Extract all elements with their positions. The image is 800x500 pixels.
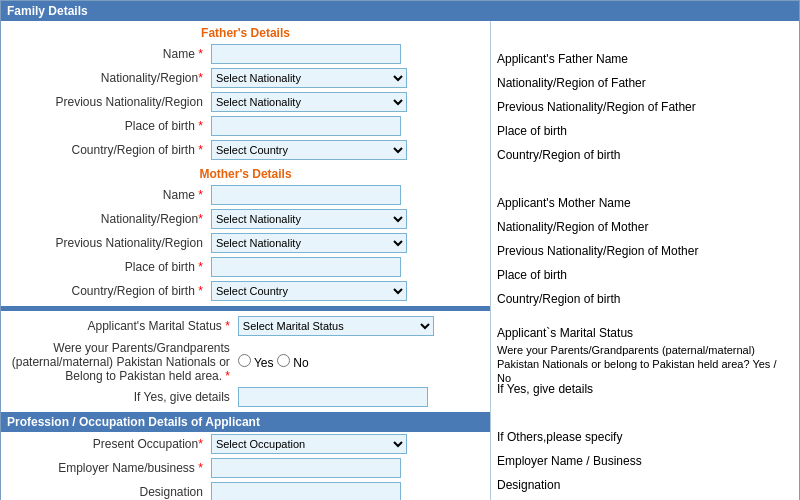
mother-nationality-select[interactable]: Select Nationality bbox=[211, 209, 407, 229]
parents-nationals-hint: Were your Parents/Grandparents (paternal… bbox=[497, 343, 790, 373]
if-yes-details-input[interactable] bbox=[238, 387, 428, 407]
father-country-birth-hint: Country/Region of birth bbox=[497, 141, 790, 165]
mother-country-birth-hint: Country/Region of birth bbox=[497, 285, 790, 309]
designation-hint: Designation bbox=[497, 471, 790, 495]
marital-status-select[interactable]: Select Marital Status bbox=[238, 316, 434, 336]
mother-prev-nationality-hint: Previous Nationality/Region of Mother bbox=[497, 237, 790, 261]
father-prev-nationality-hint: Previous Nationality/Region of Father bbox=[497, 93, 790, 117]
father-prev-nationality-select[interactable]: Select Nationality bbox=[211, 92, 407, 112]
designation-input[interactable] bbox=[211, 482, 401, 500]
family-details-title: Family Details bbox=[7, 4, 88, 18]
mother-form-table: Name * Nationality/Region* Select Nation… bbox=[1, 183, 490, 303]
father-nationality-select[interactable]: Select Nationality bbox=[211, 68, 407, 88]
mother-section-header: Mother's Details bbox=[1, 162, 490, 183]
mother-name-hint: Applicant's Mother Name bbox=[497, 189, 790, 213]
main-container: Family Details Father's Details Name * N… bbox=[0, 0, 800, 500]
marital-form-table: Applicant's Marital Status * Select Mari… bbox=[1, 314, 490, 409]
father-place-birth-input[interactable] bbox=[211, 116, 401, 136]
father-name-input[interactable] bbox=[211, 44, 401, 64]
father-place-birth-hint: Place of birth bbox=[497, 117, 790, 141]
hints-panel: Applicant's Father Name Nationality/Regi… bbox=[491, 21, 796, 500]
father-section-header: Father's Details bbox=[1, 21, 490, 42]
father-country-birth-select[interactable]: Select Country bbox=[211, 140, 407, 160]
employer-name-hint: Employer Name / Business bbox=[497, 447, 790, 471]
mother-prev-nationality-select[interactable]: Select Nationality bbox=[211, 233, 407, 253]
mother-country-birth-select[interactable]: Select Country bbox=[211, 281, 407, 301]
parents-nationals-radio-group: Yes No bbox=[238, 356, 309, 370]
father-name-hint: Applicant's Father Name bbox=[497, 45, 790, 69]
mother-name-input[interactable] bbox=[211, 185, 401, 205]
present-occupation-select[interactable]: Select Occupation bbox=[211, 434, 407, 454]
mother-nationality-hint: Nationality/Region of Mother bbox=[497, 213, 790, 237]
parents-nationals-yes-radio[interactable] bbox=[238, 354, 251, 367]
if-yes-details-hint: If Yes, give details bbox=[497, 375, 790, 399]
father-nationality-hint: Nationality/Region of Father bbox=[497, 69, 790, 93]
parents-nationals-no-radio[interactable] bbox=[277, 354, 290, 367]
father-form-table: Name * Nationality/Region* Select Nation… bbox=[1, 42, 490, 162]
mother-place-birth-hint: Place of birth bbox=[497, 261, 790, 285]
marital-status-hint: Applicant`s Marital Status bbox=[497, 319, 790, 343]
profession-section-header: Profession / Occupation Details of Appli… bbox=[1, 412, 490, 432]
present-occupation-hint: If Others,please specify bbox=[497, 423, 790, 447]
family-details-header: Family Details bbox=[1, 1, 799, 21]
mother-place-birth-input[interactable] bbox=[211, 257, 401, 277]
profession-form-table: Present Occupation* Select Occupation Em… bbox=[1, 432, 490, 500]
employer-name-input[interactable] bbox=[211, 458, 401, 478]
